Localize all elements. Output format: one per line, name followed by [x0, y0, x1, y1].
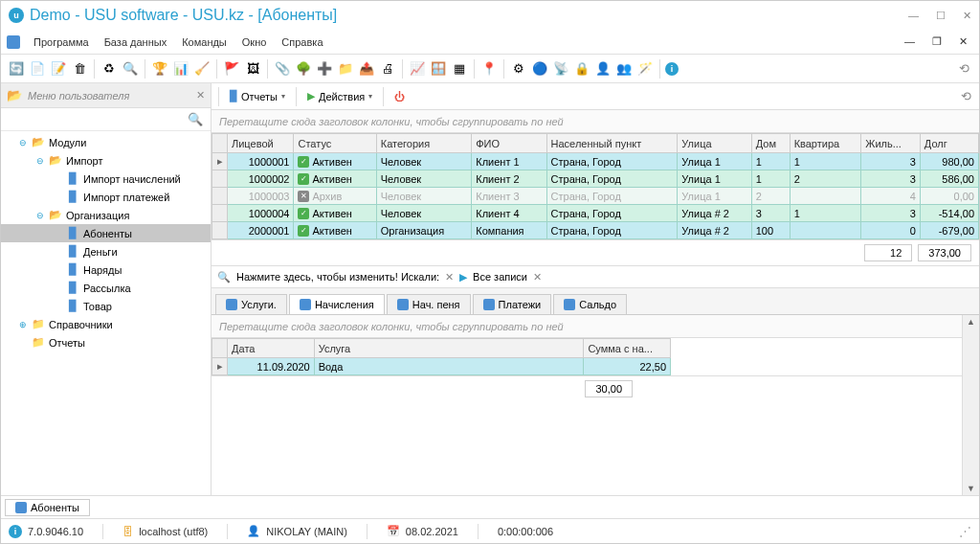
- tree-goods[interactable]: ▉Товар: [1, 297, 211, 315]
- subtab-3[interactable]: Платежи: [473, 294, 552, 314]
- menu-window[interactable]: Окно: [236, 34, 273, 50]
- reload-icon[interactable]: ♻: [100, 59, 119, 79]
- image-icon[interactable]: 🖼: [243, 59, 262, 79]
- detail-group-hint[interactable]: Перетащите сюда заголовок колонки, чтобы…: [212, 315, 962, 338]
- mdi-restore-icon[interactable]: ❐: [926, 34, 947, 50]
- close-icon[interactable]: ✕: [963, 10, 971, 22]
- subtab-0[interactable]: Услуги.: [215, 294, 287, 314]
- tree-import-charges[interactable]: ▉Импорт начислений: [1, 170, 211, 188]
- table-row[interactable]: 1000004✓АктивенЧеловекКлиент 4Страна, Го…: [212, 205, 979, 222]
- gear-icon[interactable]: ⚙: [509, 59, 528, 79]
- grid-col-4[interactable]: Населенный пункт: [546, 134, 678, 153]
- menu-database[interactable]: База данных: [99, 34, 173, 50]
- bottom-tab-subscribers[interactable]: Абоненты: [5, 499, 90, 516]
- detail-footer-sum: 30,00: [585, 380, 633, 397]
- flag-icon[interactable]: 🚩: [222, 59, 241, 79]
- detail-col-sum[interactable]: Сумма с на...: [584, 339, 671, 358]
- tree-refs[interactable]: ⊕📁Справочники: [1, 315, 211, 333]
- info-icon[interactable]: i: [665, 62, 679, 76]
- tree-orders[interactable]: ▉Наряды: [1, 261, 211, 279]
- tree-money[interactable]: ▉Деньги: [1, 242, 211, 261]
- detail-col-date[interactable]: Дата: [228, 339, 315, 358]
- search-icon[interactable]: 🔍: [188, 112, 203, 126]
- tree-reports[interactable]: 📁Отчеты: [1, 333, 211, 351]
- group-hint[interactable]: Перетащите сюда заголовок колонки, чтобы…: [212, 110, 979, 133]
- refresh-icon[interactable]: 🔄: [7, 59, 26, 79]
- search-bar[interactable]: 🔍 Нажмите здесь, чтобы изменить! Искали:…: [212, 265, 979, 288]
- users-icon[interactable]: 👥: [614, 59, 634, 79]
- rss-icon[interactable]: 📡: [551, 59, 570, 79]
- clear-icon[interactable]: 🧹: [192, 59, 212, 79]
- grid-col-0[interactable]: Лицевой: [228, 134, 294, 153]
- wand-icon[interactable]: 🪄: [635, 59, 655, 79]
- grid-col-7[interactable]: Квартира: [790, 134, 861, 153]
- pin-icon[interactable]: 📍: [479, 59, 499, 79]
- delete-icon[interactable]: 🗑: [70, 59, 89, 79]
- filter-icon[interactable]: 🏆: [150, 59, 169, 79]
- grid-col-2[interactable]: Категория: [376, 134, 471, 153]
- tree-import-payments[interactable]: ▉Импорт платежей: [1, 188, 211, 206]
- table-row[interactable]: 2000001✓АктивенОрганизацияКомпанияСтрана…: [212, 222, 979, 239]
- grid-col-8[interactable]: Жиль...: [861, 134, 921, 153]
- filter-clear-icon[interactable]: ✕: [533, 271, 542, 283]
- tree-mailing[interactable]: ▉Рассылка: [1, 279, 211, 297]
- main-grid[interactable]: ЛицевойСтатусКатегорияФИОНаселенный пунк…: [212, 133, 979, 239]
- table-row[interactable]: 1000003✕АрхивЧеловекКлиент 3Страна, Горо…: [212, 188, 979, 205]
- tree-icon[interactable]: 🌳: [294, 59, 313, 79]
- grid-col-3[interactable]: ФИО: [472, 134, 546, 153]
- sort-icon[interactable]: 📊: [171, 59, 190, 79]
- detail-grid[interactable]: Дата Услуга Сумма с на... ▸ 11.09.2020 В…: [212, 338, 962, 375]
- table-row[interactable]: 1000002✓АктивенЧеловекКлиент 2Страна, Го…: [212, 170, 979, 188]
- lock-icon[interactable]: 🔒: [572, 59, 591, 79]
- chart-icon[interactable]: 📈: [408, 59, 427, 79]
- subtab-4[interactable]: Сальдо: [553, 294, 627, 314]
- attach-icon[interactable]: 📎: [273, 59, 292, 79]
- subtab-2[interactable]: Нач. пеня: [387, 294, 471, 314]
- detail-col-service[interactable]: Услуга: [314, 339, 584, 358]
- add-icon[interactable]: ➕: [315, 59, 334, 79]
- tree-subscribers[interactable]: ▉Абоненты: [1, 224, 211, 242]
- search-icon: 🔍: [217, 271, 231, 283]
- maximize-icon[interactable]: ☐: [936, 10, 946, 22]
- reports-button[interactable]: ▉Отчеты▾: [224, 88, 291, 104]
- grid-icon[interactable]: ▦: [450, 59, 469, 79]
- menu-help[interactable]: Справка: [276, 34, 328, 50]
- filter-label[interactable]: Все записи: [473, 271, 527, 283]
- grid-col-1[interactable]: Статус: [294, 134, 376, 153]
- sidebar-close-icon[interactable]: ✕: [196, 89, 205, 102]
- table-row[interactable]: ▸1000001✓АктивенЧеловекКлиент 1Страна, Г…: [212, 153, 979, 170]
- info-icon[interactable]: i: [9, 525, 22, 538]
- search-icon[interactable]: 🔍: [121, 59, 140, 79]
- mdi-minimize-icon[interactable]: —: [899, 34, 921, 50]
- detail-row[interactable]: ▸ 11.09.2020 Вода 22,50: [212, 358, 671, 375]
- print-icon[interactable]: 🖨: [378, 59, 397, 79]
- folder-icon[interactable]: 📁: [336, 59, 355, 79]
- subtab-1[interactable]: Начисления: [289, 294, 385, 314]
- color-icon[interactable]: 🔵: [530, 59, 549, 79]
- edit-icon[interactable]: 📝: [49, 59, 68, 79]
- menu-program[interactable]: Программа: [28, 34, 95, 50]
- grid-col-6[interactable]: Дом: [751, 134, 790, 153]
- export-icon[interactable]: 📤: [357, 59, 376, 79]
- user-icon[interactable]: 👤: [593, 59, 612, 79]
- grid-col-5[interactable]: Улица: [678, 134, 751, 153]
- mdi-close-icon[interactable]: ✕: [953, 34, 973, 50]
- grid-col-9[interactable]: Долг: [920, 134, 978, 153]
- tree-organization[interactable]: ⊖📂Организация: [1, 206, 211, 224]
- tree-import[interactable]: ⊖📂Импорт: [1, 151, 211, 170]
- window-icon[interactable]: 🪟: [429, 59, 448, 79]
- help-icon[interactable]: ⟲: [954, 59, 973, 79]
- menu-commands[interactable]: Команды: [176, 34, 233, 50]
- actions-button[interactable]: ▶Действия▾: [301, 88, 378, 104]
- minimize-icon[interactable]: —: [908, 10, 919, 22]
- book-icon: [564, 299, 575, 310]
- collapse-icon[interactable]: ⟲: [956, 87, 975, 106]
- doc-icon[interactable]: 📄: [28, 59, 47, 79]
- scroll-down-icon[interactable]: ▼: [967, 484, 975, 493]
- scroll-up-icon[interactable]: ▲: [967, 317, 975, 327]
- resize-grip-icon[interactable]: ⋰: [959, 524, 971, 538]
- tree-modules[interactable]: ⊖📂Модули: [1, 133, 211, 151]
- power-button[interactable]: ⏻: [389, 89, 411, 104]
- search-clear-icon[interactable]: ✕: [445, 271, 454, 283]
- detail-scrollbar[interactable]: ▲ ▼: [962, 315, 979, 495]
